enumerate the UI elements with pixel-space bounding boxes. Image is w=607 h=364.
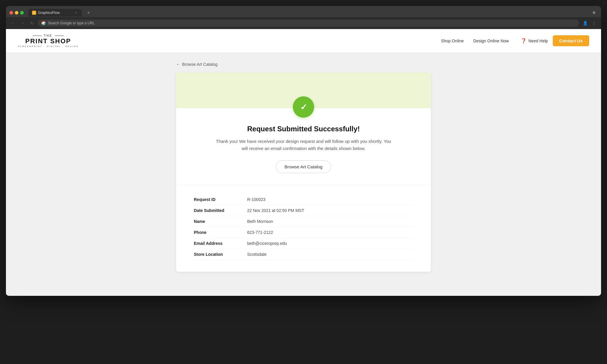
breadcrumb-link[interactable]: ← Browse Art Catalog: [176, 62, 218, 67]
logo: THE PRINT SHOP SCREENPRINT · DIGITAL · D…: [18, 34, 79, 47]
new-tab-button[interactable]: +: [84, 8, 93, 17]
google-favicon-icon: [41, 21, 46, 25]
detail-value-store: Scottsdale: [247, 252, 266, 257]
detail-value-request-id: R-100023: [247, 197, 266, 202]
detail-value-phone: 623-771-2122: [247, 230, 273, 235]
minimize-light[interactable]: [15, 11, 18, 15]
detail-label-phone: Phone: [194, 230, 247, 235]
back-button[interactable]: ←: [9, 20, 17, 27]
success-title: Request Submitted Successfully!: [194, 125, 413, 133]
detail-row-name: Name Beth Morrison: [194, 216, 413, 227]
page-content: ← Browse Art Catalog ✓ Request Submitted…: [170, 53, 437, 290]
browser-settings-icon[interactable]: ⚙: [590, 9, 598, 16]
detail-row-email: Email Address beth@ciceroprep.edu: [194, 238, 413, 249]
detail-label-date: Date Submitted: [194, 208, 247, 213]
logo-line-left: [33, 36, 41, 36]
traffic-lights: [9, 11, 24, 15]
nav-design-online[interactable]: Design Online Now: [473, 39, 509, 43]
help-circle-icon: ❓: [521, 38, 527, 44]
checkmark-icon: ✓: [300, 102, 307, 112]
tab-close-button[interactable]: ×: [74, 11, 78, 15]
success-icon-wrapper: ✓: [176, 96, 431, 118]
logo-sub-text: SCREENPRINT · DIGITAL · DESIGN: [18, 45, 79, 47]
logo-top: THE: [33, 34, 64, 37]
nav-shop-online[interactable]: Shop Online: [441, 39, 464, 43]
detail-label-name: Name: [194, 219, 247, 224]
detail-value-date: 22 Nov 2021 at 02:50 PM MST: [247, 208, 304, 213]
back-arrow-icon: ←: [176, 62, 180, 67]
url-bar[interactable]: Search Google or type a URL: [38, 20, 579, 27]
logo-the-text: THE: [44, 34, 52, 37]
profile-button[interactable]: 👤: [582, 20, 589, 27]
tab-favicon: G: [32, 11, 36, 15]
tab-title: GraphicsFlow: [38, 11, 60, 15]
forward-button[interactable]: →: [19, 20, 26, 27]
site-header: THE PRINT SHOP SCREENPRINT · DIGITAL · D…: [6, 29, 601, 53]
detail-value-email: beth@ciceroprep.edu: [247, 241, 287, 246]
detail-row-phone: Phone 623-771-2122: [194, 227, 413, 238]
details-section: Request ID R-100023 Date Submitted 22 No…: [176, 185, 431, 272]
browse-art-catalog-button[interactable]: Browse Art Catalog: [276, 160, 331, 173]
detail-row-date: Date Submitted 22 Nov 2021 at 02:50 PM M…: [194, 205, 413, 216]
active-tab[interactable]: G GraphicsFlow ×: [28, 9, 82, 17]
detail-label-request-id: Request ID: [194, 197, 247, 202]
address-text: Search Google or type a URL: [48, 21, 95, 25]
breadcrumb-text: Browse Art Catalog: [182, 62, 218, 67]
detail-value-name: Beth Morrison: [247, 219, 273, 224]
fullscreen-light[interactable]: [20, 11, 24, 15]
browser-actions: 👤 ⋮: [582, 20, 598, 27]
address-bar-row: ← → ↻ Search Google or type a URL 👤 ⋮: [6, 17, 601, 29]
more-options-button[interactable]: ⋮: [590, 20, 598, 27]
detail-label-store: Store Location: [194, 252, 247, 257]
detail-label-email: Email Address: [194, 241, 247, 246]
logo-line-right: [55, 36, 64, 36]
need-help-text: Need Help: [528, 39, 548, 43]
success-description: Thank you! We have received your design …: [215, 138, 392, 152]
logo-main-text: PRINT SHOP: [25, 38, 71, 44]
card-body: Request Submitted Successfully! Thank yo…: [176, 118, 431, 185]
close-light[interactable]: [9, 11, 13, 15]
success-icon: ✓: [293, 96, 314, 118]
contact-us-button[interactable]: Contact Us: [553, 35, 589, 46]
need-help-link[interactable]: ❓ Need Help: [521, 38, 548, 44]
refresh-button[interactable]: ↻: [28, 20, 36, 27]
website-content: THE PRINT SHOP SCREENPRINT · DIGITAL · D…: [6, 29, 601, 296]
header-actions: ❓ Need Help Contact Us: [521, 35, 589, 46]
detail-row-request-id: Request ID R-100023: [194, 194, 413, 205]
detail-row-store: Store Location Scottsdale: [194, 249, 413, 260]
main-nav: Shop Online Design Online Now: [441, 39, 509, 43]
success-card: ✓ Request Submitted Successfully! Thank …: [176, 73, 431, 272]
